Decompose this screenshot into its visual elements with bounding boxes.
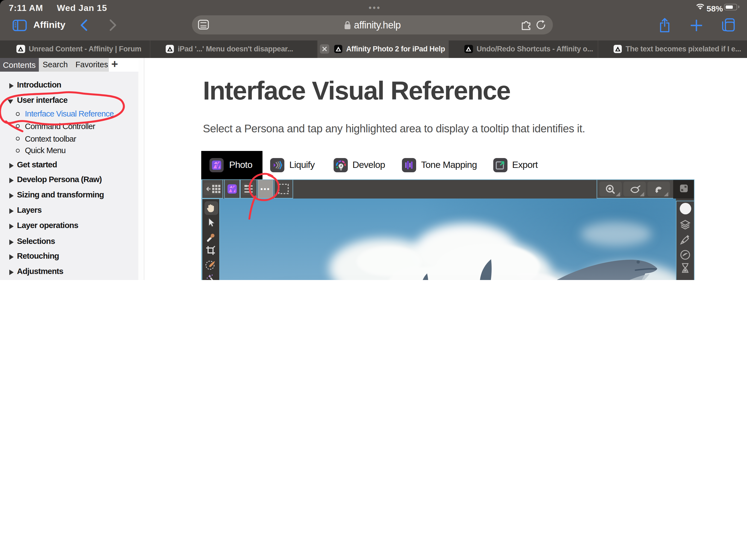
svg-text:FX: FX <box>681 279 689 280</box>
